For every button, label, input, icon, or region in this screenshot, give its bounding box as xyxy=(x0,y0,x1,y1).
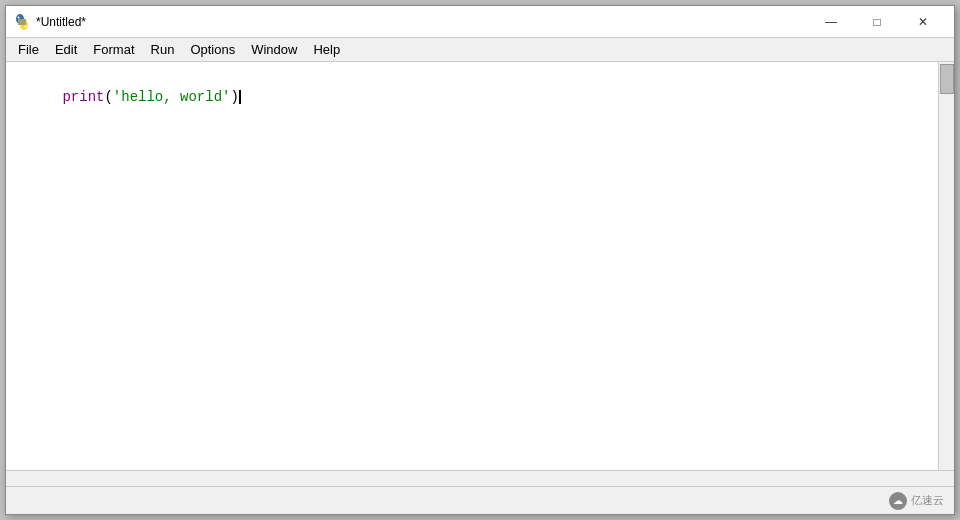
svg-point-4 xyxy=(18,16,20,18)
text-cursor xyxy=(239,90,241,104)
watermark-icon-symbol: ☁ xyxy=(893,495,903,506)
code-string: 'hello, world' xyxy=(113,89,231,105)
svg-rect-3 xyxy=(18,19,26,25)
menu-edit[interactable]: Edit xyxy=(47,38,85,61)
menu-file[interactable]: File xyxy=(10,38,47,61)
menu-bar: File Edit Format Run Options Window Help xyxy=(6,38,954,62)
vertical-scrollbar[interactable] xyxy=(938,62,954,470)
scrollbar-thumb-vertical[interactable] xyxy=(940,64,954,94)
svg-point-5 xyxy=(25,25,27,27)
title-bar-controls: — □ ✕ xyxy=(808,6,946,38)
code-editor[interactable]: print('hello, world') xyxy=(6,62,938,470)
menu-format[interactable]: Format xyxy=(85,38,142,61)
close-button[interactable]: ✕ xyxy=(900,6,946,38)
menu-run[interactable]: Run xyxy=(143,38,183,61)
menu-window[interactable]: Window xyxy=(243,38,305,61)
app-icon xyxy=(14,14,30,30)
code-parens-open: ( xyxy=(104,89,112,105)
watermark-text: 亿速云 xyxy=(911,493,944,508)
menu-options[interactable]: Options xyxy=(182,38,243,61)
title-bar: *Untitled* — □ ✕ xyxy=(6,6,954,38)
title-bar-left: *Untitled* xyxy=(14,14,86,30)
horizontal-scrollbar[interactable] xyxy=(6,470,954,486)
maximize-button[interactable]: □ xyxy=(854,6,900,38)
main-window: *Untitled* — □ ✕ File Edit Format Run Op… xyxy=(5,5,955,515)
window-title: *Untitled* xyxy=(36,15,86,29)
watermark: ☁ 亿速云 xyxy=(889,492,944,510)
watermark-icon: ☁ xyxy=(889,492,907,510)
code-parens-close: ) xyxy=(230,89,238,105)
menu-help[interactable]: Help xyxy=(305,38,348,61)
code-keyword: print xyxy=(62,89,104,105)
bottom-bar: ☁ 亿速云 xyxy=(6,486,954,514)
editor-area: print('hello, world') xyxy=(6,62,954,470)
minimize-button[interactable]: — xyxy=(808,6,854,38)
